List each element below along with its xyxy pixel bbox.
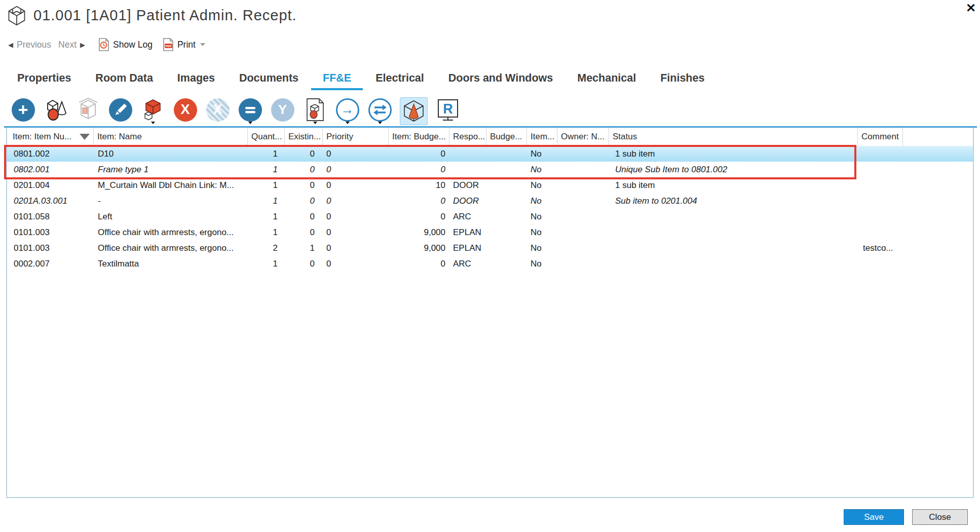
table-cell	[858, 193, 903, 209]
table-cell: 1	[248, 256, 285, 272]
shapes-icon[interactable]	[44, 98, 67, 122]
print-button[interactable]: PDF Print	[163, 38, 205, 51]
red-cube-stack-icon[interactable]	[141, 98, 165, 122]
column-header[interactable]: Item: Budge...	[389, 128, 449, 146]
doc-cube-icon[interactable]	[303, 98, 327, 122]
table-cell: 9,000	[389, 224, 449, 240]
column-header[interactable]: Budge...	[486, 128, 527, 146]
column-header[interactable]: Comment	[858, 128, 903, 146]
column-header[interactable]: Existin...	[285, 128, 323, 146]
column-header[interactable]: Status	[609, 128, 858, 146]
table-cell: 0	[285, 177, 323, 193]
table-cell: 0	[285, 256, 323, 272]
column-header[interactable]: Owner: N...	[557, 128, 609, 146]
table-cell: 0	[323, 146, 389, 162]
table-cell: Office chair with armrests, ergono...	[94, 224, 248, 240]
column-header-label: Comment	[861, 132, 899, 142]
table-cell	[609, 240, 858, 256]
table-cell: No	[527, 177, 557, 193]
table-cell: 0802.001	[7, 162, 94, 177]
table-cell: 0	[323, 240, 389, 256]
save-button[interactable]: Save	[844, 509, 904, 525]
table-row[interactable]: 0201A.03.001-1000DOORNoSub item to 0201.…	[7, 193, 973, 209]
table-cell: 1 sub item	[609, 177, 858, 193]
arrow-right-icon[interactable]: →	[335, 98, 359, 122]
dropdown-caret-icon[interactable]	[313, 122, 317, 126]
revit-icon[interactable]: R	[436, 98, 460, 122]
tab-properties[interactable]: Properties	[17, 72, 71, 85]
table-cell	[486, 240, 527, 256]
table-cell	[449, 146, 486, 162]
column-header[interactable]: Item: Item Nu...	[7, 128, 94, 146]
table-cell: 1	[248, 209, 285, 224]
table-cell	[903, 209, 973, 224]
toolbar: +	[11, 98, 460, 126]
table-cell: 0	[389, 193, 449, 209]
next-button[interactable]: Next ▶	[58, 40, 85, 50]
dropdown-caret-icon[interactable]	[248, 122, 252, 126]
table-cell: 9,000	[389, 240, 449, 256]
table-row[interactable]: 0801.002D101000No1 sub item	[7, 146, 973, 162]
table-cell: Left	[94, 209, 248, 224]
column-header[interactable]: Priority	[323, 128, 389, 146]
arrow-right-nav-icon: ▶	[80, 42, 85, 48]
previous-button[interactable]: ◀ Previous	[8, 40, 51, 50]
table-cell: 0201.004	[7, 177, 94, 193]
table-cell: 0	[323, 224, 389, 240]
table-cell: Unique Sub Item to 0801.002	[609, 162, 858, 177]
table-row[interactable]: 0201.004M_Curtain Wall Dbl Chain Link: M…	[7, 177, 973, 193]
table-cell	[557, 224, 609, 240]
table-cell: 0801.002	[7, 146, 94, 162]
tab-doors-and-windows[interactable]: Doors and Windows	[448, 72, 553, 85]
next-label: Next	[58, 40, 77, 50]
table-row[interactable]: 0101.003Office chair with armrests, ergo…	[7, 224, 973, 240]
dropdown-caret-icon[interactable]	[378, 122, 382, 126]
column-header[interactable]: Item...	[527, 128, 557, 146]
column-header[interactable]: Item: Name	[94, 128, 248, 146]
table-cell	[557, 177, 609, 193]
tab-mechanical[interactable]: Mechanical	[577, 72, 636, 85]
table-cell	[609, 256, 858, 272]
cube-cone-icon[interactable]	[400, 98, 427, 125]
window-close-button[interactable]: ✕	[966, 1, 976, 15]
table-cell: No	[527, 240, 557, 256]
table-cell: Textilmatta	[94, 256, 248, 272]
tab-room-data[interactable]: Room Data	[95, 72, 153, 85]
tab-electrical[interactable]: Electrical	[375, 72, 424, 85]
sort-desc-icon[interactable]	[80, 134, 90, 140]
tab-images[interactable]: Images	[177, 72, 215, 85]
tab-documents[interactable]: Documents	[239, 72, 298, 85]
dropdown-caret-icon[interactable]	[151, 122, 155, 126]
table-row[interactable]: 0101.058Left1000ARCNo	[7, 209, 973, 224]
column-header[interactable]: Quant...	[248, 128, 285, 146]
equals-icon[interactable]	[238, 98, 262, 122]
table-cell	[486, 162, 527, 177]
table-row[interactable]: 0101.003Office chair with armrests, ergo…	[7, 240, 973, 256]
dropdown-caret-icon[interactable]	[346, 122, 350, 126]
edit-icon[interactable]	[108, 98, 132, 122]
table-cell: Sub item to 0201.004	[609, 193, 858, 209]
table-cell: 2	[248, 240, 285, 256]
table-row[interactable]: 0002.007Textilmatta1000ARCNo	[7, 256, 973, 272]
column-header-label: Item: Item Nu...	[13, 132, 71, 142]
table-cell: testco...	[858, 240, 903, 256]
delete-icon[interactable]: X	[173, 98, 197, 122]
column-header-label: Existin...	[288, 132, 321, 142]
column-header[interactable]: Respo...	[449, 128, 486, 146]
column-header-label: Status	[613, 132, 637, 142]
table-row[interactable]: 0802.001Frame type 11000NoUnique Sub Ite…	[7, 162, 973, 177]
box-contents-icon[interactable]	[76, 98, 100, 122]
table-cell: 0	[389, 256, 449, 272]
tab-finishes[interactable]: Finishes	[660, 72, 704, 85]
table-cell: 0	[389, 209, 449, 224]
tab-ff-e[interactable]: FF&E	[323, 72, 351, 85]
print-label: Print	[177, 40, 196, 50]
swap-arrows-icon[interactable]	[368, 98, 392, 122]
close-button[interactable]: Close	[912, 509, 968, 525]
show-log-button[interactable]: Show Log	[98, 38, 153, 51]
add-icon[interactable]: +	[11, 98, 35, 122]
split-y-icon: Y	[271, 98, 294, 122]
table-cell: ARC	[449, 256, 486, 272]
table-cell: 1	[248, 146, 285, 162]
table-cell: D10	[94, 146, 248, 162]
